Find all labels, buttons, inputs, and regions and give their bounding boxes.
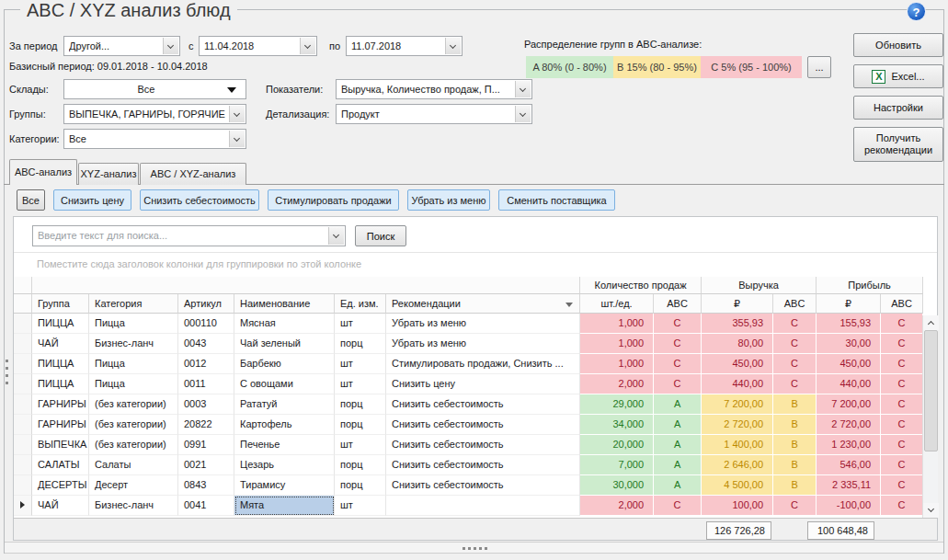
column-header-1[interactable]: Группа	[32, 294, 89, 314]
cell-profit-abc[interactable]: C	[881, 314, 923, 334]
cell-revenue-abc[interactable]: C	[773, 314, 817, 334]
warehouses-select[interactable]: Все	[63, 79, 246, 99]
cell-revenue[interactable]: 1 400,00	[702, 435, 773, 455]
cell-qty-abc[interactable]: C	[654, 314, 702, 334]
cell-revenue-abc[interactable]: B	[773, 394, 817, 415]
cell-unit[interactable]: порц	[335, 334, 386, 354]
help-icon[interactable]: ?	[907, 2, 926, 21]
cell-qty[interactable]: 34,000	[580, 415, 654, 435]
left-splitter-handle[interactable]	[6, 360, 8, 385]
excel-button[interactable]: Excel...	[853, 64, 943, 88]
cell-revenue[interactable]: 2 720,00	[702, 415, 773, 435]
cell-name[interactable]: Чай зеленый	[234, 334, 335, 354]
cell-sku[interactable]: 0012	[178, 354, 234, 374]
cell-group[interactable]: ПИЦЦА	[32, 314, 89, 334]
filter-button-2[interactable]: Снизить себестоимость	[140, 189, 259, 211]
cell-recommendation[interactable]: Убрать из меню	[386, 314, 580, 334]
cell-qty[interactable]: 20,000	[580, 435, 654, 455]
cell-revenue-abc[interactable]: B	[773, 435, 817, 455]
cell-recommendation[interactable]: Убрать из меню	[386, 334, 580, 354]
cell-sku[interactable]: 0043	[178, 334, 234, 354]
cell-revenue[interactable]: 450,00	[702, 354, 773, 374]
cell-profit-abc[interactable]: C	[881, 435, 923, 455]
cell-group[interactable]: САЛАТЫ	[32, 455, 89, 475]
cell-group[interactable]: ПИЦЦА	[32, 374, 89, 394]
cell-qty-abc[interactable]: A	[654, 394, 702, 415]
cell-sku[interactable]: 0041	[178, 496, 234, 516]
cell-recommendation[interactable]: Снизить себестоимость	[386, 435, 580, 455]
row-indicator-cell[interactable]	[14, 496, 32, 516]
cell-name[interactable]: Барбекю	[234, 354, 335, 374]
date-from-select[interactable]: 11.04.2018	[199, 36, 317, 56]
cell-revenue-abc[interactable]: B	[773, 415, 817, 435]
cell-profit-abc[interactable]: C	[881, 334, 923, 354]
tab-xyz[interactable]: XYZ-анализ	[78, 163, 139, 185]
column-header-2[interactable]: Категория	[89, 294, 178, 314]
legend-more-button[interactable]: ...	[807, 56, 831, 78]
cell-name[interactable]: Печенье	[234, 435, 335, 455]
cell-sku[interactable]: 0021	[178, 455, 234, 475]
column-header-8[interactable]: ABC	[654, 294, 702, 314]
row-indicator-cell[interactable]	[14, 455, 32, 475]
cell-profit[interactable]: 2 720,00	[817, 415, 881, 435]
cell-revenue[interactable]: 4 500,00	[702, 475, 773, 496]
cell-revenue-abc[interactable]: C	[773, 354, 817, 374]
cell-group[interactable]: ЧАЙ	[32, 496, 89, 516]
cell-profit-abc[interactable]: C	[881, 496, 923, 516]
cell-qty[interactable]: 1,000	[580, 334, 654, 354]
row-indicator-cell[interactable]	[14, 394, 32, 415]
cell-category[interactable]: (без категории)	[89, 394, 178, 415]
cell-category[interactable]: Бизнес-ланч	[89, 496, 178, 516]
cell-revenue-abc[interactable]: B	[773, 455, 817, 475]
cell-revenue-abc[interactable]: C	[773, 496, 817, 516]
cell-unit[interactable]: порц	[335, 394, 386, 415]
cell-recommendation[interactable]: Снизить себестоимость	[386, 455, 580, 475]
refresh-button[interactable]: Обновить	[853, 33, 943, 57]
cell-unit[interactable]: шт	[335, 374, 386, 394]
cell-recommendation[interactable]: Снизить себестоимость	[386, 415, 580, 435]
vertical-scrollbar[interactable]	[922, 315, 938, 518]
cell-qty[interactable]: 2,000	[580, 496, 654, 516]
cell-group[interactable]: ГАРНИРЫ	[32, 394, 89, 415]
cell-qty[interactable]: 1,000	[580, 314, 654, 334]
cell-revenue[interactable]: 100,00	[702, 496, 773, 516]
cell-profit[interactable]: 450,00	[817, 354, 881, 374]
column-header-6[interactable]: Рекомендации	[386, 294, 580, 314]
cell-group[interactable]: ЧАЙ	[32, 334, 89, 354]
chevron-down-icon[interactable]	[229, 106, 245, 122]
cell-profit-abc[interactable]: C	[881, 374, 923, 394]
column-header-11[interactable]: ₽	[817, 294, 881, 314]
categories-select[interactable]: Все	[63, 129, 246, 149]
cell-qty[interactable]: 7,000	[580, 455, 654, 475]
column-group-0[interactable]: Количество продаж	[580, 277, 702, 294]
cell-qty-abc[interactable]: A	[654, 435, 702, 455]
cell-sku[interactable]: 000110	[178, 314, 234, 334]
indicators-select[interactable]: Выручка, Количество продаж, П...	[336, 79, 532, 99]
column-header-9[interactable]: ₽	[702, 294, 773, 314]
cell-recommendation[interactable]: Снизить цену	[386, 374, 580, 394]
cell-category[interactable]: (без категории)	[89, 415, 178, 435]
cell-qty[interactable]: 30,000	[580, 475, 654, 496]
chevron-down-icon[interactable]	[300, 38, 315, 54]
cell-revenue[interactable]: 7 200,00	[702, 394, 773, 415]
cell-category[interactable]: Десерт	[89, 475, 178, 496]
cell-profit[interactable]: 2 335,11	[817, 475, 881, 496]
recommendations-button[interactable]: Получить рекомендации	[853, 127, 943, 162]
filter-button-4[interactable]: Убрать из меню	[407, 189, 490, 211]
cell-unit[interactable]: порц	[335, 455, 386, 475]
column-header-7[interactable]: шт./ед.	[580, 294, 654, 314]
cell-profit-abc[interactable]: C	[881, 394, 923, 415]
filter-icon[interactable]	[565, 303, 573, 307]
row-indicator-cell[interactable]	[14, 314, 32, 334]
scroll-up-icon[interactable]	[923, 315, 939, 330]
cell-revenue-abc[interactable]: C	[773, 374, 817, 394]
filter-all-button[interactable]: Все	[17, 189, 45, 211]
cell-profit-abc[interactable]: C	[881, 415, 923, 435]
scroll-down-icon[interactable]	[923, 503, 939, 518]
cell-unit[interactable]: порц	[335, 475, 386, 496]
column-header-5[interactable]: Ед. изм.	[335, 294, 386, 314]
cell-sku[interactable]: 0991	[178, 435, 234, 455]
tab-abc-xyz[interactable]: ABC / XYZ-анализ	[140, 163, 246, 185]
cell-qty-abc[interactable]: C	[654, 374, 702, 394]
cell-group[interactable]: ПИЦЦА	[32, 354, 89, 374]
